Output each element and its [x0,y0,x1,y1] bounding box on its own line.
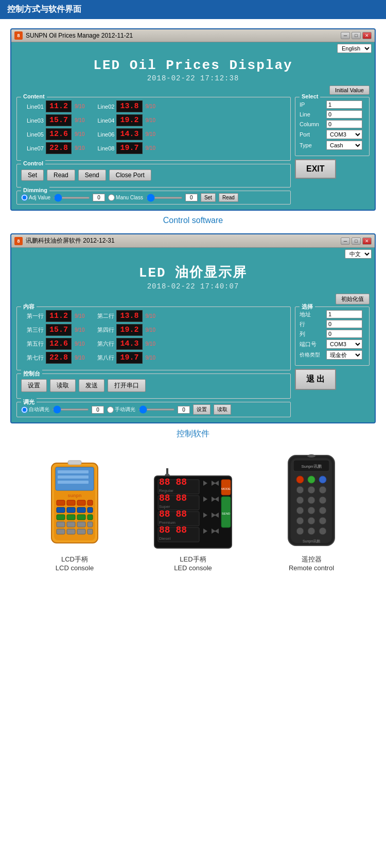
line-row-s-1: Line [300,110,365,118]
line-label-s-2: 行 [300,320,324,328]
zh-price-4[interactable]: 19.2 [116,324,142,336]
minimize-btn-1[interactable]: ─ [341,32,350,39]
adj-slider-2[interactable] [52,409,89,411]
adj-radio-label-1[interactable]: Adj Value [21,194,50,201]
close-port-btn-2[interactable]: 打开串口 [108,379,146,392]
zh-price-3[interactable]: 15.7 [46,324,72,336]
manu-value-input-2[interactable] [178,406,190,414]
title-controls-2[interactable]: ─ □ ✕ [341,237,372,245]
price-2[interactable]: 13.8 [116,100,142,112]
svg-point-72 [296,507,304,514]
zh-price-5[interactable]: 12.6 [46,338,72,350]
zh-price-1[interactable]: 11.2 [46,310,72,322]
price-5[interactable]: 12.6 [46,128,72,140]
dim-set-btn-2[interactable]: 设置 [193,404,210,415]
caption-2: 控制软件 [10,429,376,439]
win-columns-2: 内容 第一行 11.2 9/10 第二行 13.8 9/10 第三行 15.7 [16,307,370,417]
select-group-1: Select IP Line Column [295,97,370,156]
zh-price-8[interactable]: 19.7 [116,352,142,364]
port-select-1[interactable]: COM3 [326,130,362,139]
type-label-2: 价格类型 [300,351,324,359]
lang-select-2[interactable]: 中文 [345,249,372,259]
adj-slider-1[interactable] [54,197,90,199]
zh-price-7[interactable]: 22.8 [46,352,72,364]
line-label-s-1: Line [300,111,324,117]
fraction-8: 9/10 [146,145,155,151]
svg-text:Sunpn讯鹏: Sunpn讯鹏 [303,539,320,543]
lcd-name-zh: LCD手柄 [56,555,94,564]
sw-body-1: LED Oil Prices Display 2018-02-22 17:12:… [11,55,375,210]
software-window-1: 8 SUNPN Oil Prices Manage 2012-11-21 ─ □… [10,28,376,211]
price-1[interactable]: 11.2 [46,100,72,112]
price-7[interactable]: 22.8 [46,142,72,154]
price-3[interactable]: 15.7 [46,114,72,126]
adj-value-input-1[interactable] [93,194,105,201]
read-btn-1[interactable]: Read [47,169,75,181]
column-input-1[interactable] [326,120,362,128]
line-label-4: Line04 [92,117,114,124]
dim-set-btn-1[interactable]: Set [201,193,216,202]
send-btn-1[interactable]: Send [78,169,106,181]
manu-radio-label-1[interactable]: Manu Class [108,194,143,201]
type-select-1[interactable]: Cash [326,141,362,150]
send-btn-2[interactable]: 发送 [79,379,104,392]
adj-radio-2[interactable] [21,406,28,413]
title-controls-1[interactable]: ─ □ ✕ [341,32,372,39]
lcd-name-en: LCD console [56,564,94,572]
dimming-label-1: Dimming [21,187,49,193]
manu-slider-2[interactable] [138,409,174,411]
manu-value-input-1[interactable] [185,194,198,201]
exit-btn-1[interactable]: EXIT [295,159,336,179]
svg-point-69 [296,497,304,504]
manu-radio-2[interactable] [107,406,114,413]
manu-radio-1[interactable] [108,194,115,201]
initial-value-btn-2[interactable]: 初始化值 [336,294,370,304]
column-label-2: 列 [300,330,324,338]
price-4[interactable]: 19.2 [116,114,142,126]
svg-text:Regular: Regular [159,488,173,493]
lang-select-1[interactable]: English [337,44,372,53]
ip-input-1[interactable] [326,100,362,109]
price-8[interactable]: 19.7 [116,142,142,154]
dim-read-btn-2[interactable]: 读取 [214,404,231,415]
minimize-btn-2[interactable]: ─ [341,237,350,245]
maximize-btn-1[interactable]: □ [352,32,361,39]
page-content: 8 SUNPN Oil Prices Manage 2012-11-21 ─ □… [0,19,386,586]
zh-price-6[interactable]: 14.3 [116,338,142,350]
ip-input-2[interactable] [326,310,362,318]
manu-radio-label-2[interactable]: 手动调光 [107,406,135,413]
manu-slider-1[interactable] [146,197,182,199]
line-input-1[interactable] [326,110,362,118]
adj-value-input-2[interactable] [92,406,104,414]
set-btn-1[interactable]: Set [21,169,44,181]
line-input-2[interactable] [326,320,362,328]
price-6[interactable]: 14.3 [116,128,142,140]
exit-btn-2[interactable]: 退 出 [295,369,336,390]
svg-rect-5 [58,481,89,484]
type-select-2[interactable]: 现金价 [326,350,362,360]
zh-line-label-5: 第五行 [21,340,44,348]
svg-point-65 [319,476,326,483]
port-select-2[interactable]: COM3 [326,339,362,349]
svg-text:88 88: 88 88 [159,509,187,519]
close-port-btn-1[interactable]: Close Port [109,169,151,181]
lcd-caption: LCD手柄 LCD console [56,555,94,572]
zh-line-label-3: 第三行 [21,326,44,334]
adj-radio-1[interactable] [21,194,28,201]
column-input-2[interactable] [326,330,362,338]
initial-value-btn-1[interactable]: Initial Value [329,86,370,95]
set-btn-2[interactable]: 设置 [21,379,47,392]
svg-rect-27 [68,461,81,465]
maximize-btn-2[interactable]: □ [352,237,361,245]
content-group-1: Content Line01 11.2 9/10 Line02 13.8 9/1… [16,97,291,161]
read-btn-2[interactable]: 读取 [50,379,76,392]
fraction-2: 9/10 [146,104,155,109]
control-label-1: Control [21,160,45,166]
svg-rect-17 [77,515,85,520]
close-btn-1[interactable]: ✕ [362,32,372,39]
dim-read-btn-1[interactable]: Read [219,193,238,202]
adj-radio-label-2[interactable]: 自动调光 [21,406,49,413]
close-btn-2[interactable]: ✕ [362,237,372,245]
zh-price-2[interactable]: 13.8 [116,310,142,322]
dimming-group-1: Dimming Adj Value Manu Class [16,191,291,205]
